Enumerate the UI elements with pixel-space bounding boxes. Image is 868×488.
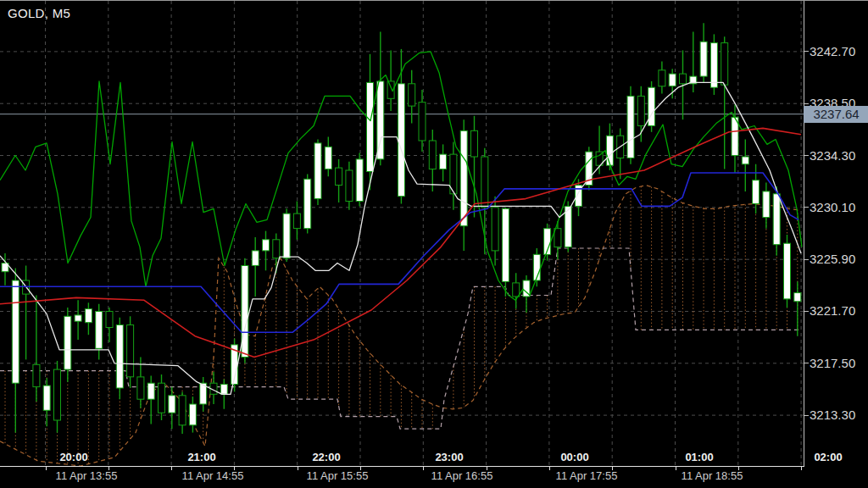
- candle: [96, 312, 103, 349]
- hour-label: 21:00: [187, 451, 215, 463]
- candle: [763, 191, 770, 218]
- price-tick-label: 3221.70: [810, 303, 855, 318]
- candle: [169, 396, 175, 413]
- candle: [606, 136, 613, 165]
- time-axis[interactable]: 11 Apr 13:5511 Apr 14:5511 Apr 15:5511 A…: [0, 466, 868, 488]
- candle: [273, 240, 280, 258]
- candle: [460, 130, 467, 225]
- candle: [710, 43, 717, 88]
- candle: [784, 243, 791, 299]
- candle: [252, 251, 259, 266]
- date-label: 11 Apr 16:55: [431, 469, 493, 482]
- candle: [429, 141, 436, 169]
- hour-label: 02:00: [814, 451, 842, 463]
- candle: [106, 312, 113, 328]
- candle: [700, 42, 707, 76]
- chart-window: GOLD, M5 3237.64 3242.703238.503234.3032…: [0, 0, 868, 488]
- price-tick-label: 3242.70: [810, 44, 855, 58]
- hour-label: 00:00: [560, 451, 588, 463]
- hour-labels-row: 20:0021:0022:0023:0000:0001:0002:00: [0, 451, 868, 465]
- candle: [367, 82, 374, 171]
- date-label: 11 Apr 18:55: [682, 469, 743, 482]
- kijun-line: [0, 173, 798, 332]
- candle: [33, 364, 40, 386]
- candle: [137, 377, 144, 399]
- candle: [502, 208, 509, 281]
- date-label: 11 Apr 13:55: [56, 469, 118, 482]
- candle: [64, 316, 71, 369]
- candle: [189, 404, 196, 425]
- price-tick: [804, 51, 809, 52]
- candle: [85, 309, 92, 323]
- candle: [627, 96, 634, 158]
- candle: [481, 157, 488, 208]
- price-tick-label: 3217.50: [810, 356, 855, 370]
- price-tick-label: 3230.10: [810, 200, 855, 214]
- candle: [669, 74, 676, 86]
- time-tick: [298, 466, 298, 470]
- candle: [356, 159, 363, 202]
- candle: [513, 283, 520, 297]
- time-tick: [171, 466, 172, 470]
- candle: [12, 280, 19, 383]
- candle: [325, 147, 331, 169]
- candle: [336, 168, 342, 185]
- chart-canvas[interactable]: [0, 1, 804, 466]
- candle: [440, 154, 447, 169]
- candle: [492, 208, 498, 251]
- date-label: 11 Apr 14:55: [182, 469, 244, 482]
- candle: [637, 96, 644, 125]
- candle: [263, 240, 270, 251]
- date-label: 11 Apr 15:55: [307, 469, 369, 482]
- candle: [43, 385, 50, 410]
- date-label: 11 Apr 17:55: [556, 469, 618, 482]
- price-tick-label: 3225.90: [810, 252, 855, 266]
- candle: [773, 194, 780, 245]
- candle: [794, 293, 801, 302]
- candle: [409, 84, 415, 106]
- candle: [242, 266, 248, 358]
- price-tick: [804, 415, 809, 416]
- candle: [304, 179, 311, 228]
- price-tick: [804, 155, 809, 156]
- candle: [179, 396, 186, 425]
- hour-label: 22:00: [312, 451, 340, 463]
- time-tick: [676, 466, 676, 470]
- hour-label: 20:00: [59, 451, 87, 463]
- candle: [398, 84, 404, 197]
- time-tick: [423, 466, 424, 470]
- candle: [742, 157, 748, 164]
- candle: [314, 143, 321, 199]
- time-tick: [549, 466, 550, 470]
- candle: [293, 214, 300, 229]
- time-tick: [801, 466, 802, 470]
- price-tick: [804, 259, 809, 260]
- price-tick: [804, 103, 809, 104]
- candle: [648, 87, 655, 125]
- price-tick-label: 3234.30: [810, 148, 855, 163]
- candle: [75, 315, 81, 321]
- candle: [283, 214, 290, 258]
- hour-label: 01:00: [685, 451, 713, 463]
- price-axis[interactable]: 3237.64 3242.703238.503234.303230.103225…: [804, 1, 868, 466]
- candle: [721, 43, 728, 86]
- candle: [220, 385, 227, 395]
- chart-plot-area[interactable]: [0, 1, 804, 466]
- candle: [659, 70, 665, 86]
- candle: [54, 369, 61, 420]
- time-axis-baseline: [0, 466, 804, 467]
- hour-label: 23:00: [435, 451, 463, 463]
- candle: [419, 103, 426, 141]
- time-tick: [46, 466, 47, 470]
- candle: [346, 170, 353, 202]
- price-tick-label: 3213.30: [810, 408, 855, 422]
- candle: [471, 130, 478, 157]
- candle: [753, 180, 760, 204]
- price-tick: [804, 207, 809, 208]
- price-tick: [804, 363, 809, 363]
- candle: [127, 325, 134, 377]
- candle: [116, 325, 123, 389]
- symbol-timeframe-label: GOLD, M5: [8, 6, 70, 20]
- candle: [377, 81, 384, 159]
- candle: [147, 383, 154, 399]
